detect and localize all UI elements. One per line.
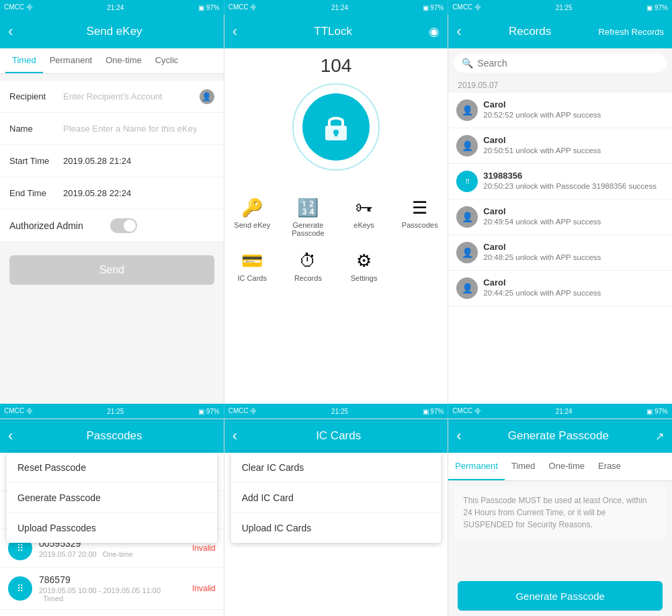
status-battery-2: ▣ 97% xyxy=(423,4,444,11)
end-time-row: End Time 2019.05.28 22:24 xyxy=(0,177,224,210)
record-item: ⠿ 31988356 20:50:23 unlock with Passcode… xyxy=(448,164,672,200)
record-detail: 20:52:52 unlock with APP success xyxy=(483,111,601,119)
record-avatar: 👤 xyxy=(456,277,478,299)
gen-passcode-title: Generate Passcode xyxy=(462,429,655,443)
ttlock-header: ‹ TTLock ◉ xyxy=(224,15,448,48)
start-time-label: Start Time xyxy=(9,156,63,166)
passcodes-title: Passcodes xyxy=(13,429,215,443)
tab-permanent[interactable]: Permanent xyxy=(43,48,99,73)
end-time-value[interactable]: 2019.05.28 22:24 xyxy=(63,188,214,198)
gen-tab-permanent[interactable]: Permanent xyxy=(448,453,505,480)
ic-dropdown: Clear IC Cards Add IC Card Upload IC Car… xyxy=(231,453,442,543)
search-icon: 🔍 xyxy=(462,58,473,69)
passcode-type: One-time xyxy=(103,550,133,558)
admin-label: Authorized Admin xyxy=(9,220,110,231)
icon-settings[interactable]: ⚙ Settings xyxy=(336,244,392,289)
icon-passcodes-label: Passcodes xyxy=(402,221,438,229)
record-name: Carol xyxy=(483,135,601,145)
tab-cyclic[interactable]: Cyclic xyxy=(149,48,185,73)
record-detail: 20:50:51 unlock with APP success xyxy=(483,146,601,155)
record-item: 👤 Carol 20:44:25 unlock with APP success xyxy=(448,271,672,306)
passcodes-header: ‹ Passcodes xyxy=(0,419,224,453)
back-button-b3[interactable]: ‹ xyxy=(456,429,461,443)
back-button-b1[interactable]: ‹ xyxy=(8,429,13,443)
icon-ekeys[interactable]: 🗝 eKeys xyxy=(336,191,392,244)
records-list: 👤 Carol 20:52:52 unlock with APP success… xyxy=(448,93,672,404)
record-avatar: 👤 xyxy=(456,99,478,121)
passcode-code: 786579 xyxy=(39,574,185,585)
gen-passcode-header: ‹ Generate Passcode ↗ xyxy=(448,419,672,453)
icon-send-ekey[interactable]: 🔑 Send eKey xyxy=(224,191,280,244)
passcode-status: Invalid xyxy=(192,543,216,553)
add-ic-card-item[interactable]: Add IC Card xyxy=(231,483,442,513)
upload-ic-cards-item[interactable]: Upload IC Cards xyxy=(231,513,442,543)
icon-send-ekey-label: Send eKey xyxy=(234,221,270,229)
icon-ekeys-label: eKeys xyxy=(353,221,374,229)
back-button-b2[interactable]: ‹ xyxy=(233,429,237,443)
lock-number: 104 xyxy=(321,55,352,77)
send-button[interactable]: Send xyxy=(9,255,214,285)
upload-passcodes-item[interactable]: Upload Passcodes xyxy=(7,513,217,543)
start-time-row: Start Time 2019.05.28 21:24 xyxy=(0,145,224,177)
icon-records[interactable]: ⏱ Records xyxy=(280,244,336,289)
icon-generate-passcode[interactable]: 🔢 Generate Passcode xyxy=(280,191,336,244)
ttlock-icon-grid: 🔑 Send eKey 🔢 Generate Passcode 🗝 eKeys … xyxy=(224,184,448,296)
passcode-item: ⠿ 786579 2019.05.05 10:00 - 2019.05.05 1… xyxy=(0,568,224,610)
gen-tab-onetime[interactable]: One-time xyxy=(542,453,591,480)
search-input[interactable] xyxy=(477,58,659,69)
icon-gen-passcode-label: Generate Passcode xyxy=(284,221,332,237)
back-button-2[interactable]: ‹ xyxy=(233,24,237,39)
status-time-1: 21:24 xyxy=(107,4,124,11)
record-detail: 20:50:23 unlock with Passcode 31988356 s… xyxy=(483,182,657,190)
tab-timed[interactable]: Timed xyxy=(5,48,43,73)
name-label: Name xyxy=(9,124,63,134)
passcode-dropdown: Reset Passcode Generate Passcode Upload … xyxy=(7,453,217,543)
lock-circle[interactable] xyxy=(292,83,380,171)
back-button-1[interactable]: ‹ xyxy=(8,24,13,39)
status-battery-3: ▣ 97% xyxy=(646,4,668,11)
gen-tab-erase[interactable]: Erase xyxy=(591,453,628,480)
record-avatar: 👤 xyxy=(456,135,478,157)
refresh-records-button[interactable]: Refresh Records xyxy=(598,27,664,37)
icon-settings-label: Settings xyxy=(351,274,378,282)
generate-passcode-item[interactable]: Generate Passcode xyxy=(7,483,217,513)
passcode-meta: 2019.05.05 10:00 - 2019.05.05 11:00 Time… xyxy=(39,586,185,603)
status-battery-b1: ▣ 97% xyxy=(198,408,220,415)
status-battery-1: ▣ 97% xyxy=(198,4,220,11)
ekey-tabs: Timed Permanent One-time Cyclic xyxy=(0,48,224,74)
record-item: 👤 Carol 20:52:52 unlock with APP success xyxy=(448,93,672,128)
reset-passcode-item[interactable]: Reset Passcode xyxy=(7,453,217,483)
icon-passcodes[interactable]: ☰ Passcodes xyxy=(392,191,448,244)
status-carrier-b1: CMCC 令 xyxy=(4,406,33,416)
status-battery-b3: ▣ 97% xyxy=(646,408,668,415)
start-time-value[interactable]: 2019.05.28 21:24 xyxy=(63,156,214,166)
profile-icon[interactable]: ◉ xyxy=(429,24,439,39)
passcode-icon: ⠿ xyxy=(8,576,32,601)
status-carrier-2: CMCC 令 xyxy=(228,3,257,12)
record-avatar: 👤 xyxy=(456,206,478,228)
record-item: 👤 Carol 20:48:25 unlock with APP success xyxy=(448,235,672,271)
admin-row: Authorized Admin xyxy=(0,210,224,242)
icon-ic-cards[interactable]: 💳 IC Cards xyxy=(224,244,280,289)
status-time-2: 21:24 xyxy=(331,4,348,11)
gen-passcode-notice: This Passcode MUST be used at least Once… xyxy=(454,486,667,539)
icon-records-label: Records xyxy=(294,274,322,282)
name-placeholder: Please Enter a Name for this eKey xyxy=(63,124,214,134)
end-time-label: End Time xyxy=(9,188,63,198)
tab-onetime[interactable]: One-time xyxy=(99,48,148,73)
share-icon[interactable]: ↗ xyxy=(655,430,664,443)
send-ekey-header: ‹ Send eKey xyxy=(0,15,224,48)
contact-icon[interactable]: 👤 xyxy=(200,89,214,104)
generate-passcode-button[interactable]: Generate Passcode xyxy=(458,581,663,611)
clear-ic-cards-item[interactable]: Clear IC Cards xyxy=(231,453,442,483)
ic-cards-header: ‹ IC Cards xyxy=(224,419,448,453)
gen-tab-timed[interactable]: Timed xyxy=(505,453,542,480)
status-time-b3: 21:24 xyxy=(556,408,573,415)
back-button-3[interactable]: ‹ xyxy=(456,24,461,39)
status-carrier-1: CMCC 令 xyxy=(4,3,33,12)
name-row: Name Please Enter a Name for this eKey xyxy=(0,113,224,145)
recipient-input[interactable] xyxy=(63,91,200,101)
record-avatar-passcode: ⠿ xyxy=(456,171,478,192)
record-item: 👤 Carol 20:49:54 unlock with APP success xyxy=(448,200,672,235)
admin-toggle[interactable] xyxy=(110,218,137,233)
